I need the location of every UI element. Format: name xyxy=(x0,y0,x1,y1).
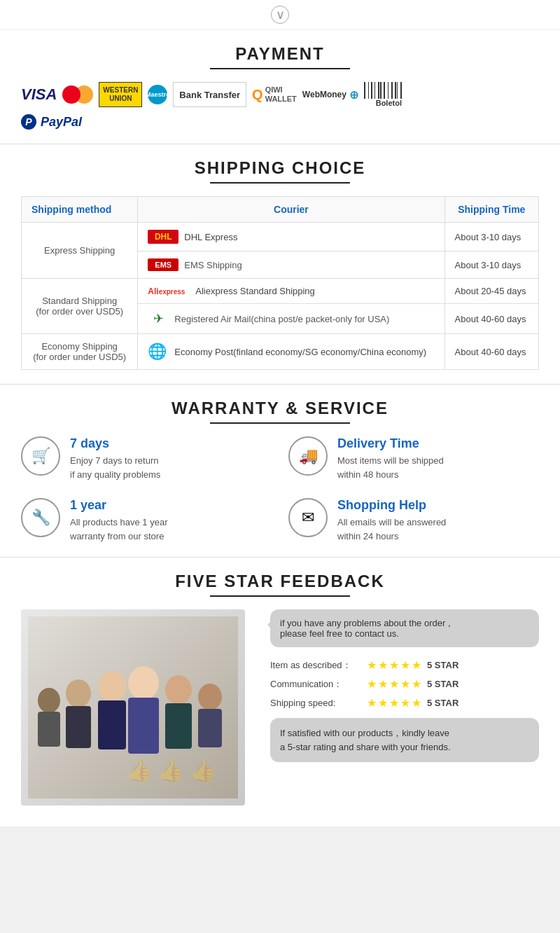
visa-logo: VISA xyxy=(21,82,57,107)
standard-row-1: Standard Shipping(for order over USD5) A… xyxy=(22,279,539,304)
rating-label-shipping: Shipping speed: xyxy=(270,698,361,708)
warranty-title: WARRANTY & SERVICE xyxy=(21,399,539,418)
shipping-underline xyxy=(210,182,350,184)
chevron-down-icon[interactable]: ∨ xyxy=(271,6,289,24)
wrench-icon: 🔧 xyxy=(21,498,60,537)
economy-time: About 40-60 days xyxy=(444,334,538,370)
feedback-content: 👍 👍 👍 if you have any problems about the… xyxy=(21,609,539,806)
ems-logo: EMS xyxy=(148,258,178,271)
economy-method: Economy Shipping(for order under USD5) xyxy=(22,334,138,370)
standard-method: Standard Shipping(for order over USD5) xyxy=(22,279,138,334)
rating-label-communication: Communication： xyxy=(270,678,361,691)
dhl-name: DHL Express xyxy=(184,232,237,242)
express-row-1: Express Shipping DHL DHL Express About 3… xyxy=(22,223,539,251)
mail-icon: ✉ xyxy=(288,498,328,537)
airmail-name: Registered Air Mail(china post/e packet-… xyxy=(174,314,389,324)
paypal-icon: P xyxy=(21,114,36,130)
col-courier: Courier xyxy=(138,197,444,223)
return-heading: 7 days xyxy=(70,436,160,451)
western-union-logo: WESTERNUNION xyxy=(99,82,142,107)
star-count-shipping: 5 STAR xyxy=(427,698,458,708)
warranty-underline xyxy=(210,422,350,424)
warranty-item-return: 🛒 7 days Enjoy 7 days to returnif any qu… xyxy=(21,436,272,481)
delivery-content: Delivery Time Most items will be shipped… xyxy=(337,436,444,481)
rating-row-described: Item as described： ★ ★ ★ ★ ★ 5 STAR xyxy=(270,658,539,672)
people-image: 👍 👍 👍 xyxy=(21,609,245,806)
star-count-described: 5 STAR xyxy=(427,660,458,670)
shipping-header-row: Shipping method Courier Shipping Time xyxy=(22,197,539,223)
bank-transfer-logo: Bank Transfer xyxy=(173,82,246,107)
bubble-text: if you have any problems about the order… xyxy=(280,618,451,639)
economy-row: Economy Shipping(for order under USD5) 🌐… xyxy=(22,334,539,370)
mastercard-logo xyxy=(62,82,93,107)
col-time: Shipping Time xyxy=(444,197,538,223)
svg-point-11 xyxy=(198,684,222,710)
svg-point-5 xyxy=(98,671,126,702)
qiwi-logo: Q QIWIWALLET xyxy=(252,82,297,107)
rating-label-described: Item as described： xyxy=(270,659,361,672)
svg-point-1 xyxy=(38,688,60,713)
ems-time: About 3-10 days xyxy=(444,251,538,279)
payment-logos: VISA WESTERNUNION Maestro Bank Transfer … xyxy=(21,82,539,107)
satisfaction-text: If satisfied with our products，kindly le… xyxy=(280,728,451,752)
top-chevron: ∨ xyxy=(0,0,560,30)
warranty-item-delivery: 🚚 Delivery Time Most items will be shipp… xyxy=(288,436,539,481)
maestro-logo: Maestro xyxy=(148,82,167,107)
year-content: 1 year All products have 1 yearwarranty … xyxy=(70,498,167,543)
svg-rect-6 xyxy=(98,700,126,749)
rating-row-communication: Communication： ★ ★ ★ ★ ★ 5 STAR xyxy=(270,677,539,691)
svg-rect-10 xyxy=(165,703,192,749)
return-text: Enjoy 7 days to returnif any quality pro… xyxy=(70,454,160,481)
page-wrapper: ∨ PAYMENT VISA WESTERNUNION Maestro Bank… xyxy=(0,0,560,827)
speech-bubble: if you have any problems about the order… xyxy=(270,609,539,647)
airmail-time: About 40-60 days xyxy=(444,304,538,334)
aliexpress-courier: Aliexpress Aliexpress Standard Shipping xyxy=(138,279,444,304)
stars-described: ★ ★ ★ ★ ★ xyxy=(367,658,421,672)
dhl-logo: DHL xyxy=(148,230,178,244)
star-count-communication: 5 STAR xyxy=(427,679,458,689)
return-content: 7 days Enjoy 7 days to returnif any qual… xyxy=(70,436,160,481)
boleto-logo: Boletol xyxy=(364,82,402,107)
dhl-time: About 3-10 days xyxy=(444,223,538,251)
payment-section: PAYMENT VISA WESTERNUNION Maestro Bank T… xyxy=(0,30,560,144)
warranty-section: WARRANTY & SERVICE 🛒 7 days Enjoy 7 days… xyxy=(0,385,560,558)
airmail-logo: ✈ xyxy=(148,311,169,326)
economy-courier: 🌐 Economy Post(finland economy/SG econom… xyxy=(138,334,444,370)
airmail-courier: ✈ Registered Air Mail(china post/e packe… xyxy=(138,304,444,334)
year-heading: 1 year xyxy=(70,498,167,513)
truck-icon: 🚚 xyxy=(288,436,328,476)
help-text: All emails will be answeredwithin 24 hou… xyxy=(337,516,446,543)
feedback-section: FIVE STAR FEEDBACK xyxy=(0,558,560,827)
aliexpress-logo: Aliexpress xyxy=(148,286,190,296)
economy-logo: 🌐 xyxy=(148,343,169,361)
aliexpress-time: About 20-45 days xyxy=(444,279,538,304)
economy-name: Economy Post(finland economy/SG economy/… xyxy=(174,347,426,357)
shipping-table: Shipping method Courier Shipping Time Ex… xyxy=(21,196,539,370)
stars-shipping: ★ ★ ★ ★ ★ xyxy=(367,696,421,710)
warranty-item-help: ✉ Shopping Help All emails will be answe… xyxy=(288,498,539,543)
webmoney-logo: WebMoney ⊕ xyxy=(302,82,358,107)
svg-point-9 xyxy=(165,675,192,705)
ems-name: EMS Shipping xyxy=(184,260,241,270)
express-method: Express Shipping xyxy=(22,223,138,279)
stars-communication: ★ ★ ★ ★ ★ xyxy=(367,677,421,691)
ems-courier: EMS EMS Shipping xyxy=(138,251,444,279)
warranty-grid: 🛒 7 days Enjoy 7 days to returnif any qu… xyxy=(21,436,539,543)
svg-rect-8 xyxy=(128,698,159,754)
satisfaction-bubble: If satisfied with our products，kindly le… xyxy=(270,718,539,762)
warranty-item-year: 🔧 1 year All products have 1 yearwarrant… xyxy=(21,498,272,543)
paypal-label: PayPal xyxy=(41,115,82,130)
shipping-title: SHIPPING CHOICE xyxy=(21,158,539,178)
rating-row-shipping: Shipping speed: ★ ★ ★ ★ ★ 5 STAR xyxy=(270,696,539,710)
payment-underline xyxy=(210,68,350,69)
svg-rect-2 xyxy=(38,712,60,747)
feedback-underline xyxy=(210,595,350,597)
feedback-people-area: 👍 👍 👍 xyxy=(21,609,259,806)
paypal-row: P PayPal xyxy=(21,114,539,130)
help-content: Shopping Help All emails will be answere… xyxy=(337,498,446,543)
col-method: Shipping method xyxy=(22,197,138,223)
shipping-section: SHIPPING CHOICE Shipping method Courier … xyxy=(0,144,560,385)
svg-text:👍 👍 👍: 👍 👍 👍 xyxy=(126,758,216,783)
svg-point-3 xyxy=(66,679,91,707)
svg-point-7 xyxy=(128,666,159,700)
